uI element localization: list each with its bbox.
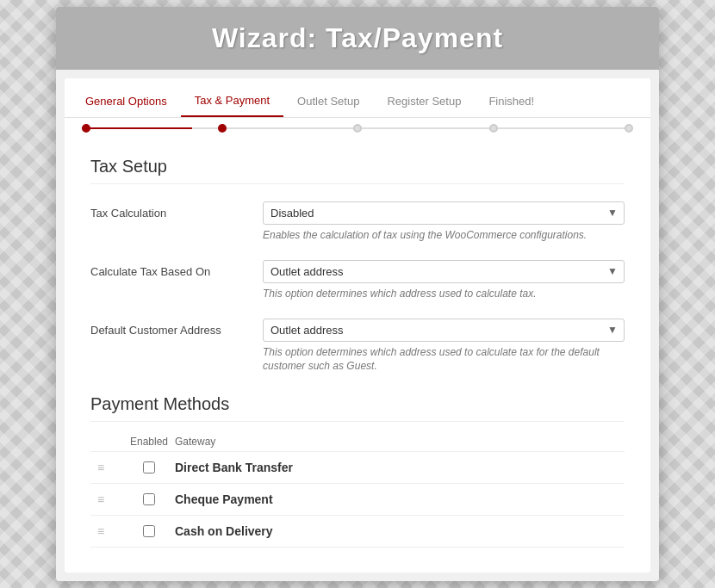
col-drag-header [97,436,123,448]
progress-dot-1 [82,124,90,133]
drag-handle-direct-bank-icon[interactable]: ≡ [97,461,123,474]
tax-calculation-select[interactable]: Disabled Enabled [263,201,625,225]
calculate-tax-label: Calculate Tax Based On [90,260,263,278]
tab-general-options[interactable]: General Options [82,90,181,116]
tab-finished[interactable]: Finished! [475,90,548,116]
payment-row-cheque: ≡ Cheque Payment [90,483,625,516]
tax-setup-title: Tax Setup [90,157,625,184]
payment-table-header: Enabled Gateway [90,432,625,451]
calculate-tax-row: Calculate Tax Based On Outlet address Cu… [90,260,625,301]
enabled-checkbox-cash [123,525,175,537]
col-gateway-header: Gateway [175,436,618,448]
payment-row-direct-bank: ≡ Direct Bank Transfer [90,451,625,484]
checkbox-direct-bank[interactable] [143,461,155,473]
gateway-name-direct-bank: Direct Bank Transfer [175,461,618,474]
drag-handle-cash-icon[interactable]: ≡ [97,524,123,538]
progress-dots [82,124,633,133]
default-customer-address-hint: This option determines which address use… [263,345,625,374]
gateway-name-cash: Cash on Delivery [175,524,618,538]
main-content: Tax Setup Tax Calculation Disabled Enabl… [65,148,650,555]
progress-line [65,117,650,139]
checkbox-cheque[interactable] [143,493,155,505]
tax-calculation-hint: Enables the calculation of tax using the… [263,228,625,243]
calculate-tax-select-wrapper: Outlet address Customer address Store ba… [263,260,625,283]
wizard-window: Wizard: Tax/Payment General Options Tax … [56,7,659,581]
tax-calculation-row: Tax Calculation Disabled Enabled ▼ Enabl… [90,201,625,243]
tab-outlet-setup[interactable]: Outlet Setup [283,90,373,116]
calculate-tax-field: Outlet address Customer address Store ba… [263,260,625,301]
window-header: Wizard: Tax/Payment [56,7,659,70]
window-content: General Options Tax & Payment Outlet Set… [65,78,650,573]
col-enabled-header: Enabled [123,436,175,448]
progress-track [82,117,633,139]
progress-dot-2 [218,124,227,133]
enabled-checkbox-direct-bank [123,461,175,473]
payment-row-cash: ≡ Cash on Delivery [90,515,625,548]
calculate-tax-select[interactable]: Outlet address Customer address Store ba… [263,260,625,283]
tax-calculation-field: Disabled Enabled ▼ Enables the calculati… [263,201,625,243]
default-customer-address-label: Default Customer Address [90,319,263,337]
enabled-checkbox-cheque [123,493,175,505]
tab-register-setup[interactable]: Register Setup [373,90,475,116]
gateway-name-cheque: Cheque Payment [175,492,618,506]
tax-calculation-label: Tax Calculation [90,201,263,220]
progress-dot-5 [625,124,633,133]
tab-tax-payment[interactable]: Tax & Payment [181,89,283,117]
page-title: Wizard: Tax/Payment [77,22,638,54]
tabs-bar: General Options Tax & Payment Outlet Set… [65,78,650,118]
checkbox-cash[interactable] [143,525,155,537]
progress-dot-4 [489,124,498,133]
tax-calculation-select-wrapper: Disabled Enabled ▼ [263,201,625,225]
tabs-nav: General Options Tax & Payment Outlet Set… [82,89,633,117]
default-customer-address-field: Outlet address Customer address No addre… [263,319,625,374]
payment-methods-title: Payment Methods [90,394,625,422]
default-customer-address-select-wrapper: Outlet address Customer address No addre… [263,319,625,342]
progress-dot-3 [353,124,362,133]
drag-handle-cheque-icon[interactable]: ≡ [97,492,123,506]
default-customer-address-row: Default Customer Address Outlet address … [90,319,625,374]
default-customer-address-select[interactable]: Outlet address Customer address No addre… [263,319,625,342]
calculate-tax-hint: This option determines which address use… [263,287,625,301]
